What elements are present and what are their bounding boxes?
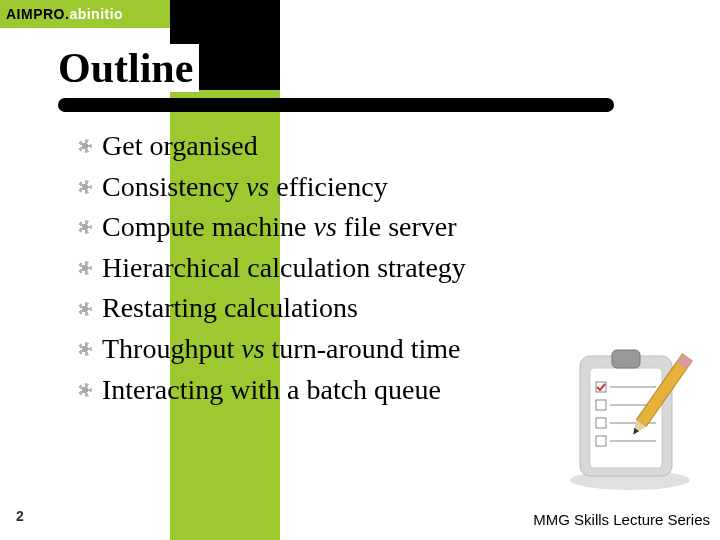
svg-rect-8	[596, 418, 606, 428]
list-item: Get organised	[78, 126, 638, 167]
slide-title: Outline	[58, 44, 199, 92]
list-item: Compute machine vs file server	[78, 207, 638, 248]
list-item: Hierarchical calculation strategy	[78, 248, 638, 289]
list-item-text: Get organised	[102, 126, 258, 167]
bullet-list: Get organised Consistency vs efficiency …	[78, 126, 638, 410]
page-number: 2	[16, 508, 24, 524]
list-item-text: Restarting calculations	[102, 288, 358, 329]
svg-rect-3	[612, 350, 640, 368]
list-item: Interacting with a batch queue	[78, 370, 638, 411]
footer-series: MMG Skills Lecture Series	[533, 511, 710, 528]
clipboard-pencil-icon	[560, 342, 700, 492]
brand-secondary: abinitio	[69, 6, 123, 22]
svg-rect-6	[596, 400, 606, 410]
list-item-text: Interacting with a batch queue	[102, 370, 441, 411]
list-item-text: Compute machine vs file server	[102, 207, 457, 248]
list-item: Throughput vs turn-around time	[78, 329, 638, 370]
list-item: Restarting calculations	[78, 288, 638, 329]
title-rule	[58, 98, 614, 112]
brand-primary: AIMPRO	[6, 6, 65, 22]
list-item-text: Consistency vs efficiency	[102, 167, 388, 208]
list-item: Consistency vs efficiency	[78, 167, 638, 208]
svg-rect-10	[596, 436, 606, 446]
brand-bar: AIMPRO.abinitio	[0, 0, 170, 28]
list-item-text: Throughput vs turn-around time	[102, 329, 461, 370]
list-item-text: Hierarchical calculation strategy	[102, 248, 466, 289]
brand-text: AIMPRO.abinitio	[6, 6, 123, 22]
